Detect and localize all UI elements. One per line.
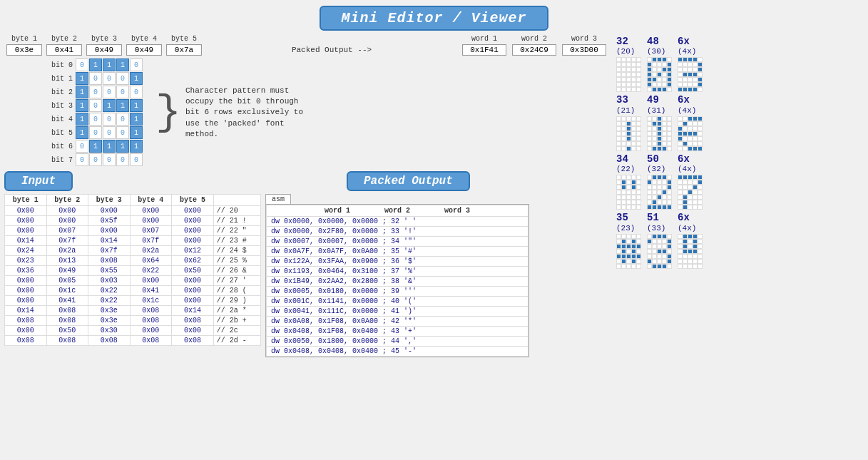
input-cell-10-3[interactable]: 0x08 (130, 306, 172, 316)
pixel-1-3-1-3[interactable] (662, 239, 667, 244)
bit-cell-2-4[interactable]: 0 (130, 86, 143, 98)
input-cell-1-4[interactable]: 0x00 (172, 216, 214, 226)
pixel-1-3-4-1[interactable] (652, 254, 657, 259)
pixel-2-2-5-0[interactable] (678, 200, 683, 205)
pixel-0-1-3-1[interactable] (621, 131, 626, 136)
bit-cell-3-3[interactable]: 1 (116, 99, 129, 112)
pixel-0-1-6-1[interactable] (621, 146, 626, 151)
pixel-0-1-1-0[interactable] (616, 121, 621, 126)
pixel-1-2-4-2[interactable] (657, 195, 662, 200)
pixel-1-3-6-0[interactable] (647, 264, 652, 269)
pixel-1-0-0-0[interactable] (647, 57, 652, 62)
pixel-1-0-1-0[interactable] (647, 62, 652, 67)
pixel-1-1-3-4[interactable] (667, 131, 672, 136)
pixel-1-2-2-3[interactable] (662, 185, 667, 190)
pixel-1-3-4-2[interactable] (657, 254, 662, 259)
pixel-1-3-0-2[interactable] (657, 234, 662, 239)
bit-cell-0-4[interactable]: 0 (130, 58, 143, 71)
pixel-2-2-1-2[interactable] (688, 180, 693, 185)
input-cell-12-1[interactable]: 0x50 (46, 326, 88, 336)
pixel-0-2-0-1[interactable] (621, 175, 626, 180)
pixel-1-1-6-1[interactable] (652, 146, 657, 151)
input-cell-11-1[interactable]: 0x08 (46, 316, 88, 326)
pixel-0-2-4-2[interactable] (626, 195, 631, 200)
pixel-0-0-6-2[interactable] (626, 87, 631, 92)
pixel-1-3-6-3[interactable] (662, 264, 667, 269)
pixel-0-2-4-0[interactable] (616, 195, 621, 200)
pixel-1-1-4-2[interactable] (657, 136, 662, 141)
pixel-2-3-4-0[interactable] (678, 254, 683, 259)
pixel-1-1-4-4[interactable] (667, 136, 672, 141)
pixel-0-0-3-2[interactable] (626, 72, 631, 77)
pixel-1-0-3-1[interactable] (652, 72, 657, 77)
pixel-0-2-2-0[interactable] (616, 185, 621, 190)
pixel-1-0-1-2[interactable] (657, 62, 662, 67)
pixel-1-0-5-3[interactable] (662, 82, 667, 87)
pixel-2-3-6-2[interactable] (688, 264, 693, 269)
pixel-1-0-3-3[interactable] (662, 72, 667, 77)
pixel-1-0-0-3[interactable] (662, 57, 667, 62)
pixel-0-0-5-2[interactable] (626, 82, 631, 87)
pixel-1-0-4-2[interactable] (657, 77, 662, 82)
pixel-0-1-4-4[interactable] (636, 136, 641, 141)
pixel-0-3-1-1[interactable] (621, 239, 626, 244)
pixel-1-3-5-1[interactable] (652, 259, 657, 264)
bit-cell-7-4[interactable]: 0 (130, 153, 143, 166)
pixel-0-1-1-3[interactable] (631, 121, 636, 126)
word2-value[interactable] (509, 44, 559, 56)
pixel-2-3-0-2[interactable] (688, 234, 693, 239)
pixel-0-1-2-3[interactable] (631, 126, 636, 131)
pixel-0-2-4-1[interactable] (621, 195, 626, 200)
pixel-0-3-0-2[interactable] (626, 234, 631, 239)
pixel-1-2-0-1[interactable] (652, 175, 657, 180)
pixel-1-2-2-4[interactable] (667, 185, 672, 190)
pixel-2-3-6-1[interactable] (683, 264, 688, 269)
input-cell-11-0[interactable]: 0x08 (5, 316, 47, 326)
pixel-0-2-0-4[interactable] (636, 175, 641, 180)
pixel-0-2-1-4[interactable] (636, 180, 641, 185)
bit-cell-1-4[interactable]: 1 (130, 72, 143, 85)
pixel-2-2-5-3[interactable] (693, 200, 698, 205)
pixel-2-0-0-2[interactable] (688, 57, 693, 62)
pixel-2-1-2-3[interactable] (693, 126, 698, 131)
pixel-1-2-3-3[interactable] (662, 190, 667, 195)
input-cell-8-0[interactable]: 0x00 (5, 286, 47, 296)
pixel-0-1-2-4[interactable] (636, 126, 641, 131)
pixel-0-2-3-2[interactable] (626, 190, 631, 195)
pixel-1-3-4-4[interactable] (667, 254, 672, 259)
pixel-1-2-0-0[interactable] (647, 175, 652, 180)
pixel-1-2-5-1[interactable] (652, 200, 657, 205)
input-cell-0-3[interactable]: 0x00 (130, 206, 172, 216)
pixel-2-2-5-1[interactable] (683, 200, 688, 205)
pixel-2-0-0-4[interactable] (698, 57, 703, 62)
pixel-2-3-2-1[interactable] (683, 244, 688, 249)
pixel-2-1-0-4[interactable] (698, 116, 703, 121)
pixel-1-2-3-4[interactable] (667, 190, 672, 195)
pixel-0-0-3-0[interactable] (616, 72, 621, 77)
input-cell-5-2[interactable]: 0x08 (88, 256, 131, 266)
pixel-2-1-4-3[interactable] (693, 136, 698, 141)
pixel-0-0-2-4[interactable] (636, 67, 641, 72)
pixel-1-2-0-2[interactable] (657, 175, 662, 180)
pixel-2-3-0-3[interactable] (693, 234, 698, 239)
pixel-1-3-6-2[interactable] (657, 264, 662, 269)
pixel-0-1-1-1[interactable] (621, 121, 626, 126)
bit-cell-3-4[interactable]: 1 (130, 99, 143, 112)
bit-cell-0-2[interactable]: 1 (103, 58, 116, 71)
pixel-0-3-1-0[interactable] (616, 239, 621, 244)
pixel-2-2-0-1[interactable] (683, 175, 688, 180)
pixel-0-0-0-0[interactable] (616, 57, 621, 62)
pixel-0-0-2-3[interactable] (631, 67, 636, 72)
pixel-2-1-3-2[interactable] (688, 131, 693, 136)
pixel-0-1-2-1[interactable] (621, 126, 626, 131)
pixel-2-0-5-3[interactable] (693, 82, 698, 87)
pixel-2-3-5-1[interactable] (683, 259, 688, 264)
pixel-1-0-1-1[interactable] (652, 62, 657, 67)
pixel-1-3-5-2[interactable] (657, 259, 662, 264)
pixel-2-0-2-2[interactable] (688, 67, 693, 72)
pixel-0-2-5-2[interactable] (626, 200, 631, 205)
pixel-0-2-6-1[interactable] (621, 205, 626, 210)
pixel-0-3-5-0[interactable] (616, 259, 621, 264)
pixel-0-1-6-2[interactable] (626, 146, 631, 151)
pixel-2-3-6-3[interactable] (693, 264, 698, 269)
